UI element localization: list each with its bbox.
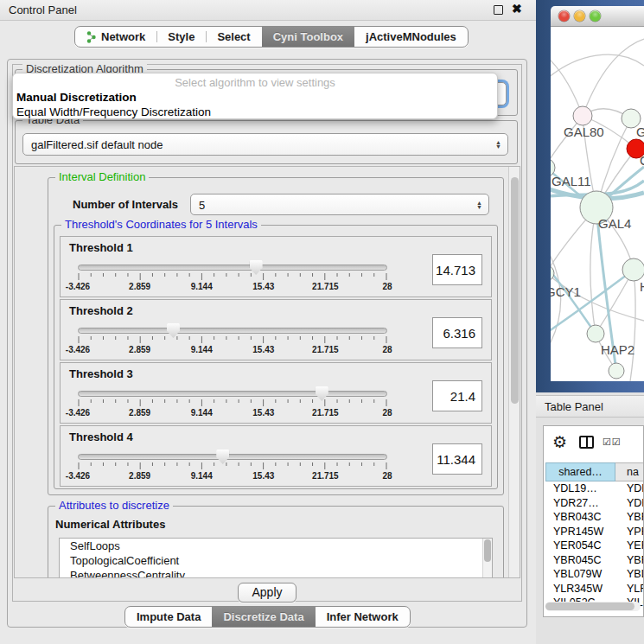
threshold-slider[interactable]: -3.4262.8599.14415.4321.71528: [78, 263, 387, 289]
slider-track[interactable]: [78, 391, 387, 397]
threshold-value-field[interactable]: 14.713: [432, 254, 482, 285]
mac-close-button[interactable]: [558, 10, 570, 22]
network-edge[interactable]: [583, 39, 644, 116]
slider-track[interactable]: [78, 454, 387, 460]
settings-scrollbar-thumb[interactable]: [511, 177, 519, 404]
table-horizontal-scrollbar[interactable]: [545, 602, 641, 611]
network-node-gal80[interactable]: [573, 106, 592, 125]
table-row[interactable]: YBR043CYBR043C: [545, 510, 644, 525]
float-icon[interactable]: [494, 5, 503, 15]
threshold-slider[interactable]: -3.4262.8599.14415.4321.71528: [78, 389, 387, 415]
table-row[interactable]: YBL079WYBL079W: [545, 567, 644, 582]
cell-shared-name[interactable]: YDL19…: [545, 481, 615, 496]
tick-label: 2.859: [129, 408, 150, 418]
network-node[interactable]: [609, 363, 624, 379]
dropdown-item-equal-width-frequency[interactable]: Equal Width/Frequency Discretization: [13, 105, 497, 119]
cell-name[interactable]: YPR145W: [615, 525, 644, 539]
cell-name[interactable]: YLR345W: [615, 582, 644, 596]
dropdown-item-manual-discretization[interactable]: Manual Discretization: [13, 90, 497, 105]
apply-button[interactable]: Apply: [238, 583, 296, 603]
thresholds-group-title: Threshold's Coordinates for 5 Intervals: [61, 219, 261, 231]
tab-select[interactable]: Select: [206, 27, 261, 47]
cell-shared-name[interactable]: YDR27…: [545, 496, 615, 511]
table-row[interactable]: YPR145WYPR145W: [545, 525, 644, 539]
network-node-label: H: [640, 279, 644, 294]
attribute-list-item[interactable]: BetweennessCentrality: [60, 568, 492, 578]
attributes-scrollbar-thumb[interactable]: [484, 539, 491, 562]
threshold-label: Threshold 1: [69, 241, 133, 254]
tab-jactivemnodules[interactable]: jActiveMNodules: [354, 27, 468, 47]
cell-shared-name[interactable]: YBR043C: [545, 510, 615, 525]
bottom-tab-bar: Impute Data Discretize Data Infer Networ…: [124, 606, 411, 628]
mac-minimize-button[interactable]: [574, 10, 585, 22]
close-icon[interactable]: ✖: [512, 2, 522, 16]
cell-name[interactable]: YDL19…: [615, 481, 644, 496]
network-edge[interactable]: [630, 270, 635, 381]
cell-shared-name[interactable]: YLR345W: [545, 582, 615, 596]
number-of-intervals-label: Number of Intervals: [73, 198, 178, 211]
threshold-label: Threshold 3: [69, 367, 133, 380]
cell-name[interactable]: YDR27…: [615, 496, 644, 511]
tab-cyni-toolbox-label: Cyni Toolbox: [273, 30, 343, 43]
cell-name[interactable]: YBL079W: [615, 567, 644, 582]
tab-discretize-data[interactable]: Discretize Data: [212, 607, 315, 627]
cell-shared-name[interactable]: YER054C: [545, 539, 615, 553]
network-node-hap2[interactable]: [587, 325, 604, 342]
cell-name[interactable]: YBR043C: [615, 510, 644, 525]
table-row[interactable]: YLR345WYLR345W: [545, 582, 644, 596]
numerical-attributes-label: Numerical Attributes: [55, 518, 165, 531]
network-edge[interactable]: [590, 207, 596, 334]
slider-track[interactable]: [78, 328, 387, 334]
tab-network[interactable]: Network: [75, 27, 156, 47]
table-hscrollbar-thumb[interactable]: [545, 603, 634, 610]
dropdown-placeholder-item[interactable]: Select algorithm to view settings: [13, 76, 497, 90]
tab-infer-network[interactable]: Infer Network: [316, 607, 410, 627]
tab-impute-data[interactable]: Impute Data: [125, 607, 212, 627]
columns-icon[interactable]: [579, 436, 594, 449]
gear-icon[interactable]: ⚙: [552, 432, 567, 452]
network-canvas[interactable]: GAL80G.CGAL11GAL4GCY1HHAP2: [551, 27, 644, 381]
tick-label: 28: [382, 282, 392, 291]
threshold-panel: Threshold 2-3.4262.8599.14415.4321.71528…: [60, 299, 492, 360]
cell-shared-name[interactable]: YBR045C: [545, 553, 615, 568]
settings-vertical-scrollbar[interactable]: [508, 167, 520, 577]
column-header-shared-name[interactable]: shared…: [545, 462, 615, 481]
tick-label: 28: [382, 345, 392, 354]
threshold-value-field[interactable]: 21.4: [432, 380, 482, 411]
threshold-slider[interactable]: -3.4262.8599.14415.4321.71528: [78, 452, 387, 478]
slider-track[interactable]: [78, 265, 387, 271]
column-header-name[interactable]: na: [615, 462, 644, 481]
threshold-list: Threshold 1-3.4262.8599.14415.4321.71528…: [54, 236, 497, 487]
threshold-value-field[interactable]: 11.344: [432, 443, 482, 475]
tab-style[interactable]: Style: [156, 27, 206, 47]
mac-zoom-button[interactable]: [590, 10, 601, 22]
table-data-combobox[interactable]: galFiltered.sif default node ▲▼: [22, 133, 508, 156]
table-data-value: galFiltered.sif default node: [31, 138, 163, 151]
cell-name[interactable]: YER054C: [615, 539, 644, 553]
attributes-scrollbar[interactable]: [482, 539, 492, 578]
select-checkboxes-icon[interactable]: ☑☑: [603, 437, 622, 448]
tab-cyni-toolbox[interactable]: Cyni Toolbox: [262, 27, 354, 47]
combobox-spinner-icon[interactable]: ▲▼: [476, 201, 482, 209]
attribute-list-item[interactable]: SelfLoops: [60, 539, 492, 553]
tab-style-label: Style: [168, 30, 194, 43]
table-row[interactable]: YER054CYER054C: [545, 539, 644, 553]
cell-shared-name[interactable]: YBL079W: [545, 567, 615, 582]
table-row[interactable]: YDL19…YDL19…: [545, 481, 644, 496]
combobox-spinner-icon[interactable]: ▲▼: [495, 140, 501, 149]
network-node-h[interactable]: [622, 258, 644, 281]
tick-label: 15.43: [252, 345, 274, 354]
threshold-value-field[interactable]: 6.316: [432, 317, 482, 348]
threshold-slider[interactable]: -3.4262.8599.14415.4321.71528: [78, 326, 387, 352]
table-row[interactable]: YDR27…YDR27…: [545, 496, 644, 511]
cell-name[interactable]: YBR045C: [615, 553, 644, 568]
network-node-label: GAL4: [598, 216, 631, 231]
numerical-attributes-list[interactable]: SelfLoopsTopologicalCoefficientBetweenne…: [59, 538, 493, 578]
network-window-titlebar[interactable]: [551, 6, 644, 27]
table-header-row: shared… na: [545, 462, 644, 481]
table-row[interactable]: YBR045CYBR045C: [545, 553, 644, 568]
cell-shared-name[interactable]: YPR145W: [545, 525, 615, 539]
thresholds-group: Threshold's Coordinates for 5 Intervals …: [54, 225, 498, 489]
attribute-list-item[interactable]: TopologicalCoefficient: [60, 553, 492, 568]
number-of-intervals-combobox[interactable]: 5 ▲▼: [190, 194, 489, 215]
